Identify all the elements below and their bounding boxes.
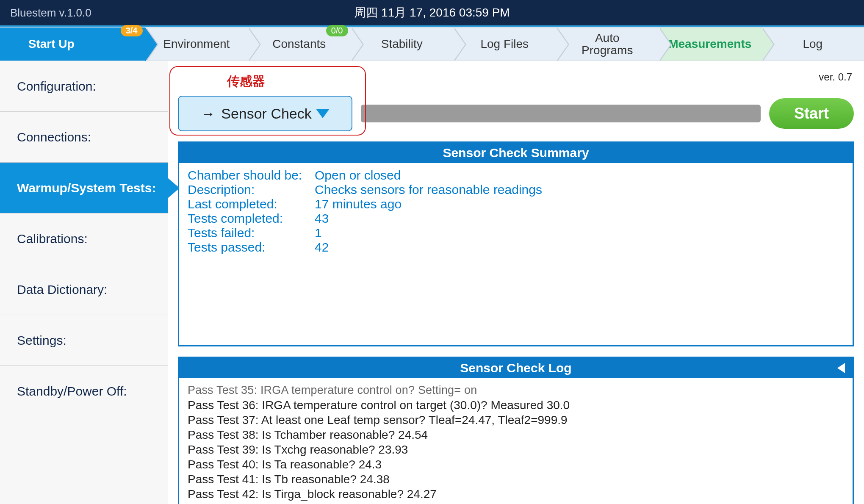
collapse-left-icon[interactable]: [837, 363, 845, 373]
sidebar-item-calibrations[interactable]: Calibrations:: [0, 213, 168, 264]
sidebar-item-label: Data Dictionary:: [17, 282, 107, 297]
sidebar-item-warmup[interactable]: Warmup/System Tests:: [0, 163, 168, 213]
log-title-text: Sensor Check Log: [460, 361, 571, 375]
summary-last-label: Last completed:: [188, 197, 315, 211]
log-line: Pass Test 40: Is Ta reasonable? 24.3: [188, 457, 844, 472]
badge-startup: 3/4: [121, 25, 143, 36]
summary-panel: Sensor Check Summary Chamber should be: …: [178, 141, 854, 346]
test-selector-dropdown[interactable]: → Sensor Check: [178, 96, 352, 131]
tab-constants[interactable]: Constants 0/0: [248, 27, 351, 61]
log-line: Pass Test 41: Is Tb reasonable? 24.38: [188, 472, 844, 487]
progress-slot: [361, 105, 761, 122]
summary-desc-value: Checks sensors for reasonable readings: [315, 183, 844, 197]
tab-log-files[interactable]: Log Files: [453, 27, 556, 61]
log-line: Pass Test 36: IRGA temperature control o…: [188, 398, 844, 413]
content-version: ver. 0.7: [819, 71, 852, 83]
summary-tests-passed-label: Tests passed:: [188, 240, 315, 255]
summary-chamber-label: Chamber should be:: [188, 168, 315, 183]
tab-stability[interactable]: Stability: [351, 27, 454, 61]
annotation-cn: 传感器: [227, 73, 265, 90]
tab-label: Environment: [163, 37, 230, 51]
control-row: → Sensor Check Start: [178, 96, 854, 131]
tab-label: Log Files: [480, 37, 529, 51]
app-version: Bluestem v.1.0.0: [10, 6, 222, 19]
log-line: Pass Test 38: Is Tchamber reasonable? 24…: [188, 427, 844, 442]
arrow-right-icon: →: [201, 105, 215, 122]
tab-label: Start Up: [28, 37, 75, 51]
sidebar-item-label: Standby/Power Off:: [17, 384, 127, 399]
sidebar-item-label: Configuration:: [17, 79, 96, 94]
sidebar-item-standby[interactable]: Standby/Power Off:: [0, 366, 168, 417]
tab-label: Log: [803, 37, 822, 51]
summary-desc-label: Description:: [188, 183, 315, 197]
sidebar: Configuration: Connections: Warmup/Syste…: [0, 61, 168, 504]
app-header: Bluestem v.1.0.0 周四 11月 17, 2016 03:59 P…: [0, 0, 864, 27]
sidebar-item-label: Warmup/System Tests:: [17, 181, 156, 195]
sidebar-item-settings[interactable]: Settings:: [0, 315, 168, 366]
tab-environment[interactable]: Environment: [145, 27, 248, 61]
badge-constants: 0/0: [326, 25, 348, 36]
log-line: Pass Test 42: Is Tirga_block reasonable?…: [188, 487, 844, 501]
sidebar-item-label: Connections:: [17, 130, 91, 144]
log-body[interactable]: Pass Test 35: IRGA temperature control o…: [179, 378, 853, 504]
tab-start-up[interactable]: Start Up 3/4: [0, 27, 145, 61]
log-panel: Sensor Check Log Pass Test 35: IRGA temp…: [178, 357, 854, 504]
summary-tests-passed-value: 42: [315, 240, 844, 255]
summary-chamber-value: Open or closed: [315, 168, 844, 183]
log-line-cut: Pass Test 35: IRGA temperature control o…: [188, 383, 844, 398]
summary-tests-failed-value: 1: [315, 226, 844, 240]
sidebar-item-label: Settings:: [17, 333, 66, 348]
summary-title: Sensor Check Summary: [179, 143, 853, 163]
main-area: Configuration: Connections: Warmup/Syste…: [0, 61, 864, 504]
log-line: Pass Test 37: At least one Leaf temp sen…: [188, 413, 844, 427]
sidebar-item-configuration[interactable]: Configuration:: [0, 61, 168, 112]
summary-tests-completed-value: 43: [315, 211, 844, 226]
sidebar-item-label: Calibrations:: [17, 232, 88, 246]
sidebar-item-connections[interactable]: Connections:: [0, 112, 168, 163]
start-button[interactable]: Start: [769, 98, 854, 129]
sidebar-item-data-dictionary[interactable]: Data Dictionary:: [0, 264, 168, 315]
log-lines: Pass Test 36: IRGA temperature control o…: [188, 398, 844, 504]
summary-tests-completed-label: Tests completed:: [188, 211, 315, 226]
log-line: Pass Test 39: Is Txchg reasonable? 23.93: [188, 442, 844, 457]
tab-bar: Start Up 3/4 Environment Constants 0/0 S…: [0, 27, 864, 61]
summary-body: Chamber should be: Open or closed Descri…: [179, 163, 853, 345]
app-datetime: 周四 11月 17, 2016 03:59 PM: [222, 5, 642, 21]
selector-label: Sensor Check: [221, 105, 312, 122]
tab-auto-programs[interactable]: Auto Programs: [556, 27, 659, 61]
tab-label: Auto Programs: [582, 32, 633, 57]
tab-label: Stability: [381, 37, 423, 51]
summary-last-value: 17 minutes ago: [315, 197, 844, 211]
tab-label: Measurements: [668, 37, 751, 51]
content-area: ver. 0.7 传感器 → Sensor Check Start Sensor…: [168, 61, 864, 504]
tab-label: Constants: [272, 37, 326, 51]
log-title: Sensor Check Log: [179, 358, 853, 378]
chevron-down-icon: [316, 109, 330, 118]
start-button-label: Start: [794, 105, 829, 122]
tab-measurements[interactable]: Measurements: [659, 27, 762, 61]
log-line: Pass Test 43: Are Ta, Tb, and Tirga_bloc…: [188, 501, 844, 504]
tab-log[interactable]: Log: [762, 27, 864, 61]
summary-tests-failed-label: Tests failed:: [188, 226, 315, 240]
